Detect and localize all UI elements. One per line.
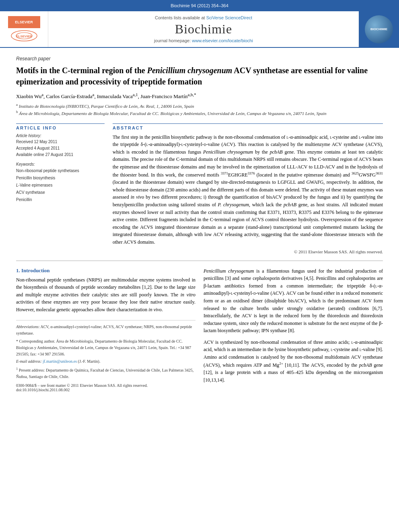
- paper-title: Motifs in the C-terminal region of the P…: [16, 65, 383, 87]
- authors: Xiaobin Wua, Carlos García-Estradaa, Inm…: [16, 92, 383, 100]
- journal-title-area: Contents lists available at SciVerse Sci…: [48, 11, 359, 47]
- intro-right-text-2: ACV is synthesized by non-ribosomal cond…: [204, 339, 383, 384]
- biochimie-circle: BIOCHIMIE: [365, 15, 393, 43]
- svg-text:ELSEVIER: ELSEVIER: [16, 35, 32, 38]
- abstract-copyright: © 2011 Elsevier Masson SAS. All rights r…: [113, 249, 383, 254]
- keyword-5: Penicillin: [16, 196, 105, 203]
- intro-left-col: 1. Introduction Non-ribosomal peptide sy…: [16, 267, 195, 392]
- main-content: Research paper Motifs in the C-terminal …: [0, 48, 399, 400]
- footnotes-section: Abbreviations: ACV, α-aminoadipyl-cystei…: [16, 320, 195, 380]
- footnote-present-address: 1 Present address: Departamento de Quími…: [16, 366, 195, 380]
- publisher-logo-area: ELSEVIER ELSEVIER: [0, 11, 48, 47]
- elsevier-label: ELSEVIER: [10, 30, 38, 43]
- article-info-col: ARTICLE INFO Article history: Received 1…: [16, 123, 105, 254]
- journal-citation: Biochimie 94 (2012) 354–364: [171, 3, 228, 8]
- keyword-3: L-Valine epimerases: [16, 182, 105, 189]
- copyright-footer-text: 0300-9084/$ – see front matter © 2011 El…: [16, 383, 195, 388]
- biochimie-badge-area: BIOCHIMIE: [359, 11, 399, 47]
- article-info-abstract-row: ARTICLE INFO Article history: Received 1…: [16, 123, 383, 254]
- doi-value: doi:10.1016/j.biochi.2011.08.002: [16, 388, 195, 392]
- abstract-title: ABSTRACT: [113, 123, 383, 130]
- affiliations: a Instituto de Biotecnología (INBIOTEC),…: [16, 102, 383, 117]
- journal-homepage: journal homepage: www.elsevier.com/locat…: [154, 38, 253, 43]
- keywords-section: Keywords: Non-ribosomal peptide syntheta…: [16, 162, 105, 203]
- footnote-email: E-mail address: jf.martin@unileon.es (J.…: [16, 358, 195, 365]
- history-label: Article history:: [16, 134, 105, 138]
- abstract-col: ABSTRACT The first step in the penicilli…: [113, 123, 383, 254]
- footnote-corresponding: * Corresponding author. Área de Microbio…: [16, 338, 195, 357]
- top-bar: Biochimie 94 (2012) 354–364: [0, 0, 399, 11]
- sciverse-link: Contents lists available at SciVerse Sci…: [155, 15, 252, 20]
- received-date: Received 12 May 2011 Accepted 4 August 2…: [16, 139, 105, 158]
- affiliation-a: a Instituto de Biotecnología (INBIOTEC),…: [16, 102, 383, 109]
- intro-section-title: 1. Introduction: [16, 267, 195, 274]
- paper-type: Research paper: [16, 56, 383, 62]
- section-divider: [16, 261, 383, 261]
- keyword-1: Non-ribosomal peptide synthetases: [16, 167, 105, 175]
- intro-right-col: Penicillium chrysogenum is a filamentous…: [204, 267, 383, 392]
- journal-header: ELSEVIER ELSEVIER Contents lists availab…: [0, 11, 399, 48]
- affiliation-b: b Área de Microbiología, Departamento de…: [16, 109, 383, 117]
- footnote-abbreviations: Abbreviations: ACV, α-aminoadipyl-cystei…: [16, 324, 195, 337]
- intro-left-text: Non-ribosomal peptide synthetases (NRPS)…: [16, 276, 195, 314]
- keywords-list: Non-ribosomal peptide synthetases Penici…: [16, 167, 105, 203]
- article-info-title: ARTICLE INFO: [16, 123, 105, 130]
- sciverse-anchor[interactable]: SciVerse ScienceDirect: [206, 15, 252, 20]
- journal-homepage-link[interactable]: www.elsevier.com/locate/biochi: [192, 38, 253, 43]
- keyword-4: ACV synthetase: [16, 189, 105, 196]
- email-link[interactable]: jf.martin@unileon.es: [43, 359, 77, 364]
- keywords-label: Keywords:: [16, 162, 105, 166]
- doi-line: 0300-9084/$ – see front matter © 2011 El…: [16, 383, 195, 392]
- elsevier-logo: ELSEVIER: [8, 16, 40, 28]
- body-two-col: 1. Introduction Non-ribosomal peptide sy…: [16, 267, 383, 392]
- journal-title: Biochimie: [175, 22, 232, 37]
- intro-right-text: Penicillium chrysogenum is a filamentous…: [204, 267, 383, 335]
- abstract-text: The first step in the penicillin biosynt…: [113, 134, 383, 246]
- article-history: Article history: Received 12 May 2011 Ac…: [16, 134, 105, 158]
- keyword-2: Penicillin biosynthesis: [16, 175, 105, 182]
